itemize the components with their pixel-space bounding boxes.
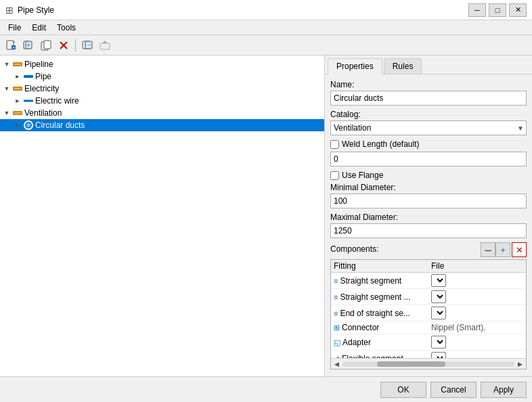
use-flange-checkbox[interactable]: [330, 171, 339, 180]
tree-item-electric-wire[interactable]: ► Electric wire: [0, 95, 324, 107]
hscroll-thumb: [377, 361, 446, 367]
table-row[interactable]: ◱Adapter: [331, 334, 526, 351]
max-diameter-input[interactable]: [330, 223, 527, 238]
min-diameter-label: Minimal Diameter:: [330, 183, 527, 192]
circular-ducts-label: Circular ducts: [35, 120, 85, 130]
tree-panel: ▼ Pipeline ► Pipe ▼: [0, 55, 325, 376]
tree-item-electricity[interactable]: ▼ Electricity: [0, 83, 324, 95]
tabs: Properties Rules: [325, 55, 532, 74]
expander-ventilation[interactable]: ▼: [1, 108, 12, 118]
close-button[interactable]: ✕: [509, 3, 527, 17]
menu-file[interactable]: File: [3, 22, 26, 34]
weld-length-row: Weld Length (default): [330, 139, 527, 149]
svg-point-25: [26, 123, 30, 127]
pipe-icon: [23, 71, 34, 82]
toolbar-extra-button[interactable]: [97, 38, 113, 53]
electricity-icon: [12, 83, 23, 94]
file-cell: Nippel (Smart).: [428, 321, 526, 334]
props-panel: Properties Rules Name: Catalog: Ventilat…: [325, 55, 532, 376]
pipe-label: Pipe: [35, 72, 51, 81]
toolbar-delete-button[interactable]: [56, 38, 72, 53]
ventilation-icon: [12, 108, 23, 118]
window-controls: ─ □ ✕: [468, 3, 527, 17]
cancel-button[interactable]: Cancel: [430, 382, 476, 398]
main-content: ▼ Pipeline ► Pipe ▼: [0, 55, 532, 376]
use-flange-row: Use Flange: [330, 171, 527, 180]
catalog-label: Catalog:: [330, 110, 527, 119]
expander-circular-ducts[interactable]: ►: [12, 120, 23, 131]
components-table-wrapper: Fitting File ≡Straight segment ≡Straight…: [330, 259, 527, 370]
tree-item-ventilation[interactable]: ▼ Ventilation: [0, 107, 324, 119]
table-row[interactable]: ⊞Connector Nippel (Smart).: [331, 321, 526, 334]
file-cell: [428, 351, 526, 359]
svg-text:→: →: [86, 42, 91, 48]
min-diameter-input[interactable]: [330, 194, 527, 208]
fitting-cell: ⊞Connector: [331, 321, 428, 334]
svg-rect-20: [14, 88, 21, 89]
component-delete-button[interactable]: ✕: [512, 242, 527, 257]
hscroll-bar[interactable]: ◀ ▶: [331, 358, 526, 369]
hscroll-right-arrow[interactable]: ▶: [516, 361, 525, 367]
use-flange-label: Use Flange: [342, 171, 383, 180]
components-label: Components:: [330, 244, 378, 254]
table-row[interactable]: ↗Flexible segment: [331, 351, 526, 359]
expander-pipe[interactable]: ►: [12, 71, 23, 82]
tree-item-circular-ducts[interactable]: ► Circular ducts: [0, 119, 324, 131]
svg-text:+: +: [26, 42, 30, 49]
components-scroll[interactable]: Fitting File ≡Straight segment ≡Straight…: [331, 260, 526, 358]
file-cell: [428, 305, 526, 321]
wire-icon: [23, 95, 34, 106]
tree-item-pipe[interactable]: ► Pipe: [0, 70, 324, 83]
table-row[interactable]: ≡Straight segment ...: [331, 289, 526, 305]
name-label: Name:: [330, 80, 527, 89]
fitting-cell: ≡End of straight se...: [331, 305, 428, 321]
toolbar: + + →: [0, 35, 532, 55]
svg-rect-8: [44, 41, 51, 49]
hscroll-track: [342, 361, 514, 367]
wire-label: Electric wire: [35, 96, 79, 106]
expander-electricity[interactable]: ▼: [1, 83, 12, 94]
ventilation-label: Ventilation: [24, 108, 62, 118]
toolbar-import-button[interactable]: →: [79, 38, 95, 53]
expander-electric-wire[interactable]: ►: [12, 95, 23, 106]
catalog-select[interactable]: Ventilation Pipeline Electricity: [330, 120, 527, 135]
maximize-button[interactable]: □: [489, 3, 506, 17]
bottom-bar: OK Cancel Apply: [0, 376, 532, 402]
catalog-select-wrapper: Ventilation Pipeline Electricity ▼: [330, 120, 527, 135]
expander-pipeline[interactable]: ▼: [1, 59, 12, 70]
menu-tools[interactable]: Tools: [51, 22, 81, 34]
component-remove-button[interactable]: ─: [481, 242, 495, 257]
col-fitting: Fitting: [331, 260, 428, 273]
pipeline-icon: [12, 59, 23, 70]
svg-rect-17: [14, 64, 21, 65]
weld-length-checkbox[interactable]: [330, 140, 339, 149]
fitting-cell: ≡Straight segment: [331, 273, 428, 289]
toolbar-add-button[interactable]: +: [20, 38, 37, 53]
table-row[interactable]: ≡Straight segment: [331, 273, 526, 289]
toolbar-new-button[interactable]: +: [3, 38, 19, 53]
col-file: File: [428, 260, 526, 273]
apply-button[interactable]: Apply: [481, 382, 527, 398]
file-cell: [428, 273, 526, 289]
file-cell: [428, 334, 526, 351]
name-input[interactable]: [330, 91, 527, 106]
fitting-icon: ≡: [334, 277, 338, 285]
weld-length-input[interactable]: [330, 152, 527, 166]
menu-edit[interactable]: Edit: [26, 22, 51, 34]
circular-ducts-icon: [23, 120, 34, 131]
minimize-button[interactable]: ─: [468, 3, 486, 17]
component-add-button[interactable]: +: [495, 242, 510, 257]
toolbar-copy-button[interactable]: [38, 38, 54, 53]
toolbar-separator: [75, 39, 76, 51]
fitting-cell: ↗Flexible segment: [331, 351, 428, 359]
svg-marker-15: [102, 41, 108, 43]
hscroll-left-arrow[interactable]: ◀: [332, 361, 341, 367]
fitting-cell: ◱Adapter: [331, 334, 428, 351]
tree-item-pipeline[interactable]: ▼ Pipeline: [0, 58, 324, 70]
ok-button[interactable]: OK: [380, 382, 426, 398]
table-row[interactable]: ≡End of straight se...: [331, 305, 526, 321]
file-cell: [428, 289, 526, 305]
tab-properties[interactable]: Properties: [328, 58, 382, 74]
window-title: Pipe Style: [18, 5, 468, 15]
tab-rules[interactable]: Rules: [384, 58, 422, 74]
